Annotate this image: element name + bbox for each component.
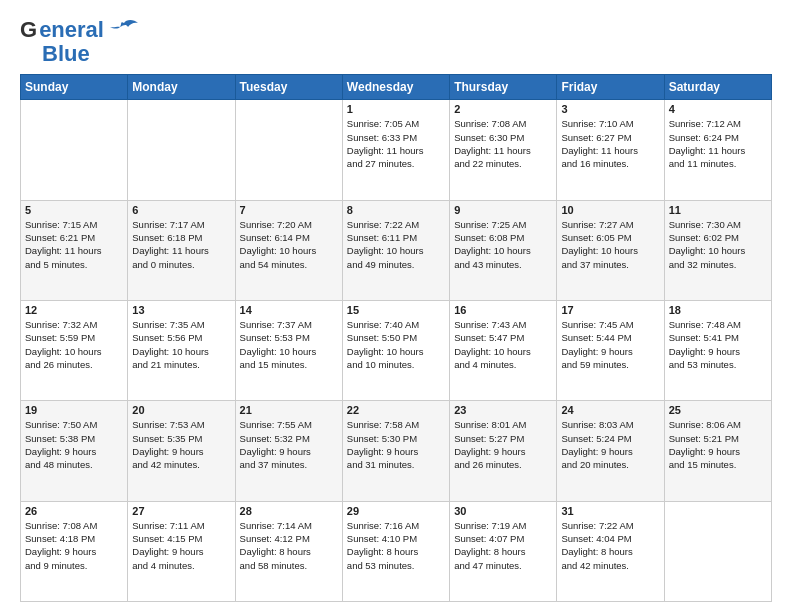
logo-general-text: G: [20, 18, 37, 42]
day-number: 5: [25, 204, 123, 216]
day-info: Sunrise: 7:27 AM Sunset: 6:05 PM Dayligh…: [561, 218, 659, 271]
calendar-cell: 7Sunrise: 7:20 AM Sunset: 6:14 PM Daylig…: [235, 200, 342, 300]
day-info: Sunrise: 7:19 AM Sunset: 4:07 PM Dayligh…: [454, 519, 552, 572]
day-number: 2: [454, 103, 552, 115]
logo: General Blue: [20, 18, 138, 66]
day-info: Sunrise: 7:08 AM Sunset: 4:18 PM Dayligh…: [25, 519, 123, 572]
calendar-cell: 11Sunrise: 7:30 AM Sunset: 6:02 PM Dayli…: [664, 200, 771, 300]
day-info: Sunrise: 7:53 AM Sunset: 5:35 PM Dayligh…: [132, 418, 230, 471]
calendar-cell: 1Sunrise: 7:05 AM Sunset: 6:33 PM Daylig…: [342, 100, 449, 200]
day-number: 12: [25, 304, 123, 316]
day-info: Sunrise: 8:03 AM Sunset: 5:24 PM Dayligh…: [561, 418, 659, 471]
calendar-cell: 3Sunrise: 7:10 AM Sunset: 6:27 PM Daylig…: [557, 100, 664, 200]
day-info: Sunrise: 7:16 AM Sunset: 4:10 PM Dayligh…: [347, 519, 445, 572]
day-number: 21: [240, 404, 338, 416]
calendar-cell: 15Sunrise: 7:40 AM Sunset: 5:50 PM Dayli…: [342, 301, 449, 401]
calendar-cell: 9Sunrise: 7:25 AM Sunset: 6:08 PM Daylig…: [450, 200, 557, 300]
day-number: 17: [561, 304, 659, 316]
col-monday: Monday: [128, 75, 235, 100]
day-number: 20: [132, 404, 230, 416]
calendar-cell: 20Sunrise: 7:53 AM Sunset: 5:35 PM Dayli…: [128, 401, 235, 501]
day-number: 11: [669, 204, 767, 216]
day-number: 9: [454, 204, 552, 216]
col-saturday: Saturday: [664, 75, 771, 100]
col-wednesday: Wednesday: [342, 75, 449, 100]
day-number: 3: [561, 103, 659, 115]
calendar-cell: 28Sunrise: 7:14 AM Sunset: 4:12 PM Dayli…: [235, 501, 342, 601]
day-number: 19: [25, 404, 123, 416]
day-number: 16: [454, 304, 552, 316]
header: General Blue: [20, 18, 772, 66]
day-number: 4: [669, 103, 767, 115]
day-number: 27: [132, 505, 230, 517]
day-info: Sunrise: 7:05 AM Sunset: 6:33 PM Dayligh…: [347, 117, 445, 170]
day-info: Sunrise: 7:10 AM Sunset: 6:27 PM Dayligh…: [561, 117, 659, 170]
col-sunday: Sunday: [21, 75, 128, 100]
calendar-cell: 14Sunrise: 7:37 AM Sunset: 5:53 PM Dayli…: [235, 301, 342, 401]
calendar-cell: 4Sunrise: 7:12 AM Sunset: 6:24 PM Daylig…: [664, 100, 771, 200]
col-thursday: Thursday: [450, 75, 557, 100]
day-info: Sunrise: 7:14 AM Sunset: 4:12 PM Dayligh…: [240, 519, 338, 572]
calendar-cell: [664, 501, 771, 601]
logo-general-rest: eneral: [39, 18, 104, 42]
col-tuesday: Tuesday: [235, 75, 342, 100]
calendar-week-row: 1Sunrise: 7:05 AM Sunset: 6:33 PM Daylig…: [21, 100, 772, 200]
calendar-cell: 5Sunrise: 7:15 AM Sunset: 6:21 PM Daylig…: [21, 200, 128, 300]
day-info: Sunrise: 7:17 AM Sunset: 6:18 PM Dayligh…: [132, 218, 230, 271]
day-number: 8: [347, 204, 445, 216]
calendar-cell: 24Sunrise: 8:03 AM Sunset: 5:24 PM Dayli…: [557, 401, 664, 501]
day-number: 28: [240, 505, 338, 517]
day-number: 24: [561, 404, 659, 416]
calendar-cell: 2Sunrise: 7:08 AM Sunset: 6:30 PM Daylig…: [450, 100, 557, 200]
day-info: Sunrise: 7:48 AM Sunset: 5:41 PM Dayligh…: [669, 318, 767, 371]
logo-blue-text: Blue: [42, 41, 90, 66]
calendar-cell: 10Sunrise: 7:27 AM Sunset: 6:05 PM Dayli…: [557, 200, 664, 300]
day-info: Sunrise: 7:43 AM Sunset: 5:47 PM Dayligh…: [454, 318, 552, 371]
calendar-cell: 19Sunrise: 7:50 AM Sunset: 5:38 PM Dayli…: [21, 401, 128, 501]
calendar-cell: 13Sunrise: 7:35 AM Sunset: 5:56 PM Dayli…: [128, 301, 235, 401]
calendar-cell: 30Sunrise: 7:19 AM Sunset: 4:07 PM Dayli…: [450, 501, 557, 601]
day-number: 25: [669, 404, 767, 416]
col-friday: Friday: [557, 75, 664, 100]
calendar-week-row: 12Sunrise: 7:32 AM Sunset: 5:59 PM Dayli…: [21, 301, 772, 401]
day-info: Sunrise: 7:58 AM Sunset: 5:30 PM Dayligh…: [347, 418, 445, 471]
day-info: Sunrise: 8:06 AM Sunset: 5:21 PM Dayligh…: [669, 418, 767, 471]
calendar-cell: 25Sunrise: 8:06 AM Sunset: 5:21 PM Dayli…: [664, 401, 771, 501]
calendar-cell: 17Sunrise: 7:45 AM Sunset: 5:44 PM Dayli…: [557, 301, 664, 401]
calendar-header-row: Sunday Monday Tuesday Wednesday Thursday…: [21, 75, 772, 100]
day-number: 31: [561, 505, 659, 517]
calendar-cell: 22Sunrise: 7:58 AM Sunset: 5:30 PM Dayli…: [342, 401, 449, 501]
day-info: Sunrise: 7:45 AM Sunset: 5:44 PM Dayligh…: [561, 318, 659, 371]
calendar-table: Sunday Monday Tuesday Wednesday Thursday…: [20, 74, 772, 602]
calendar-cell: 27Sunrise: 7:11 AM Sunset: 4:15 PM Dayli…: [128, 501, 235, 601]
calendar-cell: [128, 100, 235, 200]
day-info: Sunrise: 7:11 AM Sunset: 4:15 PM Dayligh…: [132, 519, 230, 572]
day-info: Sunrise: 7:22 AM Sunset: 4:04 PM Dayligh…: [561, 519, 659, 572]
day-number: 7: [240, 204, 338, 216]
calendar-cell: 12Sunrise: 7:32 AM Sunset: 5:59 PM Dayli…: [21, 301, 128, 401]
calendar-cell: 16Sunrise: 7:43 AM Sunset: 5:47 PM Dayli…: [450, 301, 557, 401]
day-number: 18: [669, 304, 767, 316]
day-info: Sunrise: 7:35 AM Sunset: 5:56 PM Dayligh…: [132, 318, 230, 371]
calendar-cell: 31Sunrise: 7:22 AM Sunset: 4:04 PM Dayli…: [557, 501, 664, 601]
day-info: Sunrise: 8:01 AM Sunset: 5:27 PM Dayligh…: [454, 418, 552, 471]
day-number: 29: [347, 505, 445, 517]
day-number: 26: [25, 505, 123, 517]
day-info: Sunrise: 7:22 AM Sunset: 6:11 PM Dayligh…: [347, 218, 445, 271]
day-info: Sunrise: 7:20 AM Sunset: 6:14 PM Dayligh…: [240, 218, 338, 271]
day-number: 23: [454, 404, 552, 416]
day-info: Sunrise: 7:50 AM Sunset: 5:38 PM Dayligh…: [25, 418, 123, 471]
page: General Blue Sunday Monday Tuesda: [0, 0, 792, 612]
calendar-cell: [235, 100, 342, 200]
calendar-week-row: 26Sunrise: 7:08 AM Sunset: 4:18 PM Dayli…: [21, 501, 772, 601]
day-number: 15: [347, 304, 445, 316]
day-info: Sunrise: 7:08 AM Sunset: 6:30 PM Dayligh…: [454, 117, 552, 170]
calendar-cell: 8Sunrise: 7:22 AM Sunset: 6:11 PM Daylig…: [342, 200, 449, 300]
day-info: Sunrise: 7:40 AM Sunset: 5:50 PM Dayligh…: [347, 318, 445, 371]
calendar-week-row: 5Sunrise: 7:15 AM Sunset: 6:21 PM Daylig…: [21, 200, 772, 300]
day-number: 10: [561, 204, 659, 216]
calendar-cell: 6Sunrise: 7:17 AM Sunset: 6:18 PM Daylig…: [128, 200, 235, 300]
day-number: 1: [347, 103, 445, 115]
day-number: 13: [132, 304, 230, 316]
calendar-week-row: 19Sunrise: 7:50 AM Sunset: 5:38 PM Dayli…: [21, 401, 772, 501]
